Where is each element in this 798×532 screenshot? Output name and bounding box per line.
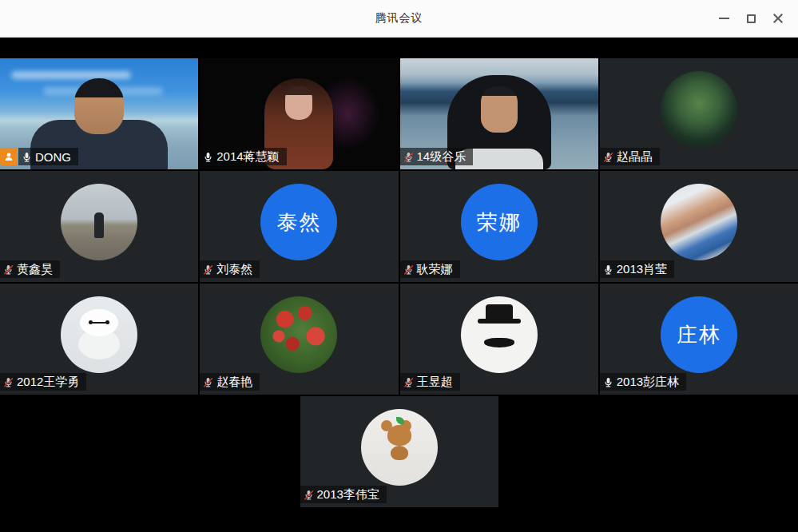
mic-muted-icon <box>2 264 14 276</box>
video-figure <box>486 304 513 320</box>
mic-muted-icon <box>403 376 415 388</box>
nameplate-body: 耿荣娜 <box>400 260 460 278</box>
participant-nameplate: 2013肖莹 <box>600 260 674 278</box>
participant-name: 2012王学勇 <box>17 375 79 390</box>
participant-nameplate: DONG <box>0 148 78 165</box>
participant-name: 赵晶晶 <box>617 149 653 165</box>
participant-name: 黄鑫昊 <box>17 262 53 277</box>
nameplate-body: 赵春艳 <box>200 373 260 391</box>
nameplate-body: 2013肖莹 <box>600 260 674 278</box>
participant-name: 刘泰然 <box>216 262 252 277</box>
participant-tile[interactable]: 赵晶晶 <box>600 58 798 169</box>
avatar-initials: 泰然 <box>276 208 321 236</box>
nameplate-body: 黄鑫昊 <box>0 260 60 278</box>
participant-grid: DONG <box>0 58 798 507</box>
mic-on-icon <box>602 264 614 276</box>
mic-on-icon <box>21 151 33 163</box>
participant-tile[interactable]: DONG <box>0 58 198 169</box>
participant-nameplate: 14级谷乐 <box>400 148 474 165</box>
participant-tile[interactable]: 14级谷乐 <box>400 58 598 169</box>
mic-muted-icon <box>202 376 214 388</box>
window-title: 腾讯会议 <box>375 11 423 26</box>
mic-on-icon <box>602 376 614 388</box>
participant-tile[interactable]: 2013肖莹 <box>600 171 798 282</box>
host-badge-icon <box>0 148 18 165</box>
video-figure <box>80 309 118 336</box>
participant-nameplate: 2013李伟宝 <box>300 486 387 503</box>
participant-tile[interactable]: 2012王学勇 <box>0 284 198 395</box>
minimize-icon <box>719 18 729 19</box>
participant-name: 2013彭庄林 <box>617 375 679 390</box>
participant-name: 2013肖莹 <box>617 262 667 277</box>
meeting-window: 腾讯会议 <box>0 0 798 532</box>
nameplate-body: 2013彭庄林 <box>600 373 686 391</box>
nameplate-body: 14级谷乐 <box>400 148 474 165</box>
video-figure <box>11 71 131 79</box>
participant-tile[interactable]: 庄林 2013彭庄林 <box>600 284 798 395</box>
avatar-initials: 庄林 <box>677 321 721 349</box>
window-controls <box>710 0 792 37</box>
participant-name: 王昱超 <box>417 375 453 390</box>
nameplate-body: 刘泰然 <box>200 260 260 278</box>
participant-nameplate: 王昱超 <box>400 373 460 391</box>
maximize-icon <box>747 14 756 23</box>
mic-muted-icon <box>403 264 415 276</box>
mic-muted-icon <box>202 264 214 276</box>
participant-tile[interactable]: 赵春艳 <box>200 284 398 395</box>
participant-nameplate: 耿荣娜 <box>400 260 460 278</box>
participant-tile[interactable]: 王昱超 <box>400 284 598 395</box>
participant-name: DONG <box>35 150 71 164</box>
participant-tile[interactable]: 黄鑫昊 <box>0 171 198 282</box>
grid-row: DONG <box>0 58 798 169</box>
participant-tile[interactable]: 2013李伟宝 <box>300 396 498 507</box>
participant-nameplate: 2012王学勇 <box>0 373 86 391</box>
mic-muted-icon <box>602 151 614 163</box>
participant-tile[interactable]: 泰然 刘泰然 <box>200 171 398 282</box>
video-figure <box>387 425 411 446</box>
mic-muted-icon <box>303 489 315 501</box>
participant-tile[interactable]: 荣娜 耿荣娜 <box>400 171 598 282</box>
nameplate-body: 2014蒋慧颖 <box>200 148 286 165</box>
nameplate-body: 2012王学勇 <box>0 373 86 391</box>
nameplate-body: DONG <box>18 148 78 165</box>
titlebar: 腾讯会议 <box>0 0 798 38</box>
participant-nameplate: 赵春艳 <box>200 373 260 391</box>
mic-on-icon <box>202 151 214 163</box>
participant-name: 耿荣娜 <box>417 262 453 277</box>
maximize-button[interactable] <box>737 5 764 32</box>
participant-tile[interactable]: 2014蒋慧颖 <box>200 58 398 169</box>
participant-name: 赵春艳 <box>216 375 252 390</box>
video-figure <box>94 212 104 238</box>
video-figure <box>316 77 379 149</box>
nameplate-body: 赵晶晶 <box>600 148 660 165</box>
avatar-initials: 荣娜 <box>477 208 522 236</box>
grid-row: 黄鑫昊 泰然 <box>0 171 798 282</box>
minimize-button[interactable] <box>710 5 737 32</box>
participant-nameplate: 2013彭庄林 <box>600 373 686 391</box>
nameplate-body: 王昱超 <box>400 373 460 391</box>
video-stage: DONG <box>0 38 798 532</box>
grid-row: 2012王学勇 <box>0 284 798 395</box>
participant-name: 2014蒋慧颖 <box>216 149 279 165</box>
participant-nameplate: 黄鑫昊 <box>0 260 60 278</box>
nameplate-body: 2013李伟宝 <box>300 486 387 503</box>
participant-nameplate: 赵晶晶 <box>600 148 660 165</box>
mic-muted-icon <box>403 151 415 163</box>
participant-nameplate: 2014蒋慧颖 <box>200 148 286 165</box>
close-button[interactable] <box>764 5 792 32</box>
grid-row: 2013李伟宝 <box>0 396 798 507</box>
participant-name: 14级谷乐 <box>417 149 466 165</box>
participant-name: 2013李伟宝 <box>317 487 379 502</box>
mic-muted-icon <box>2 376 14 388</box>
participant-nameplate: 刘泰然 <box>200 260 260 278</box>
